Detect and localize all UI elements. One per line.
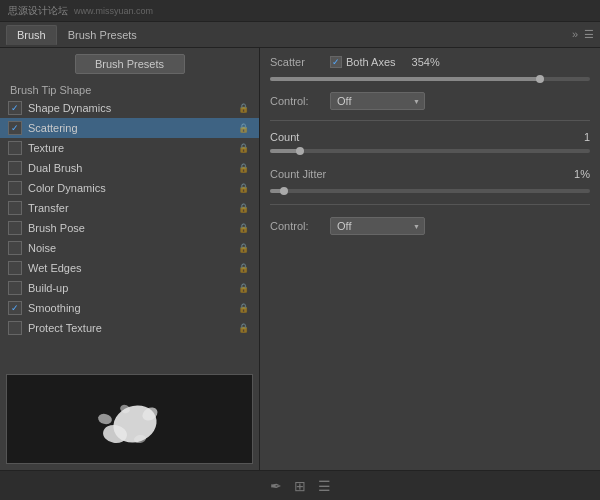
count-title: Count — [270, 131, 584, 143]
label-dual-brush: Dual Brush — [28, 162, 238, 174]
control-select-2[interactable]: Off Fade Pen Pressure — [330, 217, 425, 235]
lock-icon-noise: 🔒 — [238, 243, 249, 253]
both-axes-checkbox[interactable]: Both Axes — [330, 56, 396, 68]
lock-icon-wet-edges: 🔒 — [238, 263, 249, 273]
brush-list-item-texture[interactable]: Texture🔒 — [0, 138, 259, 158]
section-label: Brush Tip Shape — [0, 80, 259, 98]
preview-area — [6, 374, 253, 464]
checkbox-transfer[interactable] — [8, 201, 22, 215]
lock-icon-smoothing: 🔒 — [238, 303, 249, 313]
control-row-1: Control: Off Fade Pen Pressure — [270, 92, 590, 110]
label-noise: Noise — [28, 242, 238, 254]
lock-icon-dual-brush: 🔒 — [238, 163, 249, 173]
left-panel: Brush Presets Brush Tip Shape Shape Dyna… — [0, 48, 260, 470]
count-jitter-value: 1% — [574, 168, 590, 180]
label-texture: Texture — [28, 142, 238, 154]
brush-list-item-shape-dynamics[interactable]: Shape Dynamics🔒 — [0, 98, 259, 118]
label-scattering: Scattering — [28, 122, 238, 134]
label-smoothing: Smoothing — [28, 302, 238, 314]
tab-brush-presets[interactable]: Brush Presets — [57, 25, 148, 45]
lock-icon-build-up: 🔒 — [238, 283, 249, 293]
checkbox-wet-edges[interactable] — [8, 261, 22, 275]
both-axes-label: Both Axes — [346, 56, 396, 68]
brush-options-list: Shape Dynamics🔒Scattering🔒Texture🔒Dual B… — [0, 98, 259, 368]
grid-icon[interactable]: ⊞ — [294, 478, 306, 494]
brush-list-item-wet-edges[interactable]: Wet Edges🔒 — [0, 258, 259, 278]
label-brush-pose: Brush Pose — [28, 222, 238, 234]
lock-icon-color-dynamics: 🔒 — [238, 183, 249, 193]
scatter-slider[interactable] — [270, 77, 590, 81]
scatter-row: Scatter Both Axes 354% — [270, 56, 590, 68]
brush-list-item-smoothing[interactable]: Smoothing🔒 — [0, 298, 259, 318]
count-header: Count 1 — [270, 131, 590, 143]
checkbox-brush-pose[interactable] — [8, 221, 22, 235]
brush-list-item-brush-pose[interactable]: Brush Pose🔒 — [0, 218, 259, 238]
control-select-wrapper-2: Off Fade Pen Pressure — [330, 217, 425, 235]
label-shape-dynamics: Shape Dynamics — [28, 102, 238, 114]
brush-list-item-protect-texture[interactable]: Protect Texture🔒 — [0, 318, 259, 338]
label-transfer: Transfer — [28, 202, 238, 214]
control-select-wrapper-1: Off Fade Pen Pressure — [330, 92, 425, 110]
scatter-value: 354% — [412, 56, 440, 68]
brush-list-item-noise[interactable]: Noise🔒 — [0, 238, 259, 258]
count-jitter-label: Count Jitter — [270, 168, 350, 180]
label-protect-texture: Protect Texture — [28, 322, 238, 334]
bottom-bar: ✒ ⊞ ☰ — [0, 470, 600, 500]
checkbox-scattering[interactable] — [8, 121, 22, 135]
tab-row: Brush Brush Presets » ☰ — [0, 22, 600, 48]
lock-icon-shape-dynamics: 🔒 — [238, 103, 249, 113]
brush-presets-button[interactable]: Brush Presets — [75, 54, 185, 74]
lock-icon-scattering: 🔒 — [238, 123, 249, 133]
label-color-dynamics: Color Dynamics — [28, 182, 238, 194]
tab-brush[interactable]: Brush — [6, 25, 57, 45]
right-panel: Scatter Both Axes 354% Control: Off Fade… — [260, 48, 600, 470]
lock-icon-protect-texture: 🔒 — [238, 323, 249, 333]
checkbox-shape-dynamics[interactable] — [8, 101, 22, 115]
label-wet-edges: Wet Edges — [28, 262, 238, 274]
brush-list-item-scattering[interactable]: Scattering🔒 — [0, 118, 259, 138]
control-select-1[interactable]: Off Fade Pen Pressure — [330, 92, 425, 110]
control-label-1: Control: — [270, 95, 330, 107]
checkbox-build-up[interactable] — [8, 281, 22, 295]
count-jitter-row: Count Jitter 1% — [270, 168, 590, 180]
control-row-2: Control: Off Fade Pen Pressure — [270, 217, 590, 235]
label-build-up: Build-up — [28, 282, 238, 294]
checkbox-smoothing[interactable] — [8, 301, 22, 315]
checkbox-noise[interactable] — [8, 241, 22, 255]
both-axes-check — [330, 56, 342, 68]
scatter-label: Scatter — [270, 56, 330, 68]
brush-icon[interactable]: ✒ — [270, 478, 282, 494]
count-section: Count 1 — [270, 127, 590, 160]
forward-icon[interactable]: » — [572, 28, 578, 41]
tab-icons: » ☰ — [572, 28, 594, 41]
top-subtitle: www.missyuan.com — [74, 6, 153, 16]
count-value: 1 — [584, 131, 590, 143]
menu-icon[interactable]: ☰ — [584, 28, 594, 41]
lock-icon-transfer: 🔒 — [238, 203, 249, 213]
top-bar: 思源设计论坛 www.missyuan.com — [0, 0, 600, 22]
brush-list-item-build-up[interactable]: Build-up🔒 — [0, 278, 259, 298]
brush-list-item-transfer[interactable]: Transfer🔒 — [0, 198, 259, 218]
control-label-2: Control: — [270, 220, 330, 232]
checkbox-color-dynamics[interactable] — [8, 181, 22, 195]
brush-list-item-color-dynamics[interactable]: Color Dynamics🔒 — [0, 178, 259, 198]
list-icon[interactable]: ☰ — [318, 478, 331, 494]
checkbox-protect-texture[interactable] — [8, 321, 22, 335]
top-title: 思源设计论坛 — [8, 4, 68, 18]
lock-icon-brush-pose: 🔒 — [238, 223, 249, 233]
count-jitter-slider[interactable] — [270, 189, 590, 193]
count-slider[interactable] — [270, 149, 590, 153]
checkbox-dual-brush[interactable] — [8, 161, 22, 175]
checkbox-texture[interactable] — [8, 141, 22, 155]
brush-list-item-dual-brush[interactable]: Dual Brush🔒 — [0, 158, 259, 178]
svg-point-3 — [96, 412, 112, 425]
lock-icon-texture: 🔒 — [238, 143, 249, 153]
